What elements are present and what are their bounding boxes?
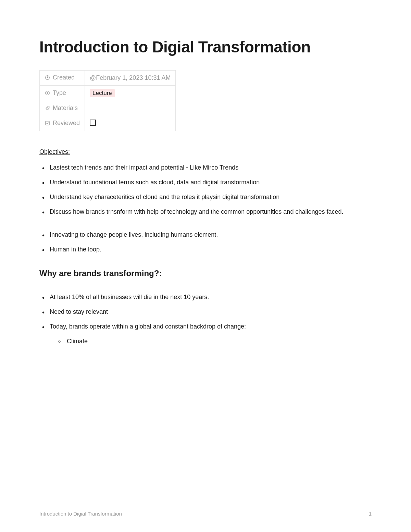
list-item: At least 10% of all businesses will die … xyxy=(39,293,372,302)
list-item: Lastest tech trends and their impact and… xyxy=(39,163,372,172)
section1-sublist: Climate xyxy=(50,337,372,346)
objectives-list-2: Innovating to change people lives, inclu… xyxy=(39,230,372,254)
section-heading: Why are brands transforming?: xyxy=(39,269,372,278)
checkbox-icon xyxy=(45,121,50,126)
objectives-list: Lastest tech trends and their impact and… xyxy=(39,163,372,216)
property-label-text: Created xyxy=(53,74,75,81)
type-tag: Lecture xyxy=(90,89,115,97)
select-icon xyxy=(45,90,50,96)
property-label-text: Type xyxy=(53,89,66,97)
clock-icon xyxy=(45,75,50,81)
paperclip-icon xyxy=(45,106,50,111)
section1-list: At least 10% of all businesses will die … xyxy=(39,293,372,346)
list-item: Understand foundational terms such as cl… xyxy=(39,178,372,187)
property-label-reviewed: Reviewed xyxy=(45,120,80,127)
footer: Introduction to Digial Transformation 1 xyxy=(39,511,372,517)
svg-rect-3 xyxy=(45,121,49,125)
property-row-reviewed: Reviewed xyxy=(40,116,176,131)
list-item: Need to stay relevant xyxy=(39,307,372,317)
property-label-text: Materials xyxy=(53,104,78,112)
footer-page-number: 1 xyxy=(369,511,372,517)
svg-point-2 xyxy=(47,92,48,94)
property-row-type: Type Lecture xyxy=(40,86,176,101)
objectives-heading: Objectives: xyxy=(39,148,372,156)
property-value-created: @February 1, 2023 10:31 AM xyxy=(90,74,171,81)
page-title: Introduction to Digial Transformation xyxy=(39,38,372,57)
property-row-materials: Materials xyxy=(40,101,176,116)
list-item-text: Today, brands operate within a global an… xyxy=(50,323,246,330)
list-item: Human in the loop. xyxy=(39,245,372,254)
footer-title: Introduction to Digial Transformation xyxy=(39,511,122,517)
list-item: Today, brands operate within a global an… xyxy=(39,322,372,346)
property-label-text: Reviewed xyxy=(53,120,80,127)
property-label-created: Created xyxy=(45,74,75,81)
property-row-created: Created @February 1, 2023 10:31 AM xyxy=(40,71,176,86)
list-item: Innovating to change people lives, inclu… xyxy=(39,230,372,239)
reviewed-checkbox[interactable] xyxy=(90,120,96,126)
property-label-type: Type xyxy=(45,89,66,97)
list-item: Understand key characeteritics of cloud … xyxy=(39,193,372,202)
nested-list-item: Climate xyxy=(50,337,372,346)
list-item: Discuss how brands trnsnform with help o… xyxy=(39,207,372,216)
properties-table: Created @February 1, 2023 10:31 AM Type … xyxy=(39,70,176,131)
property-label-materials: Materials xyxy=(45,104,78,112)
